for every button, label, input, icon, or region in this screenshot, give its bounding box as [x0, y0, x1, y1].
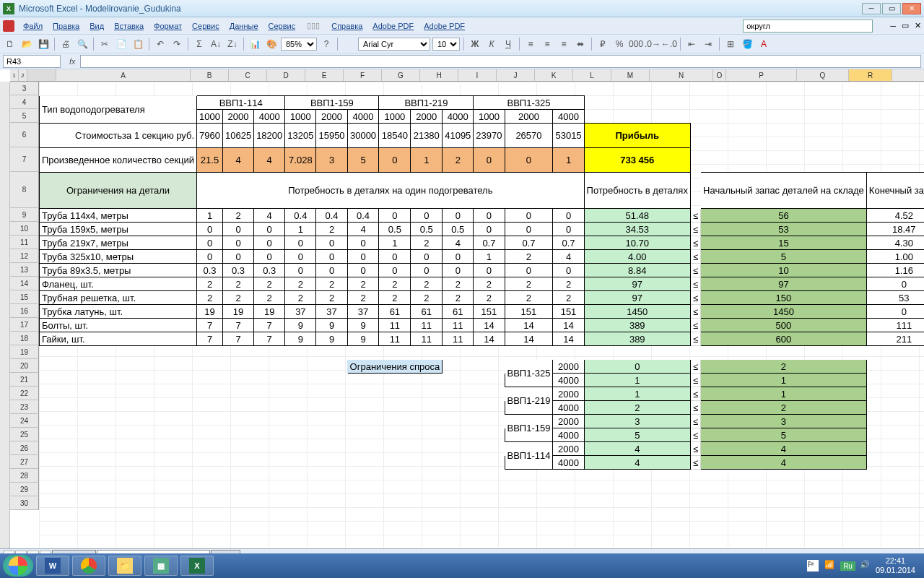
bold-icon[interactable]: Ж [468, 37, 482, 51]
mdi-close[interactable]: ✕ [915, 21, 921, 30]
taskbar-explorer[interactable]: 📁 [108, 556, 141, 576]
maximize-button[interactable]: ▭ [882, 3, 901, 14]
row-19[interactable]: 19 [10, 345, 39, 359]
menu-file[interactable]: Файл [19, 20, 47, 33]
row-18[interactable]: 18 [10, 332, 39, 345]
italic-icon[interactable]: К [484, 37, 499, 51]
menu-insert[interactable]: Вставка [110, 20, 148, 33]
comma-icon[interactable]: 000 [629, 37, 643, 51]
font-name-select[interactable]: Arial Cyr [358, 38, 430, 51]
font-size-select[interactable]: 10 [432, 38, 460, 51]
row-16[interactable]: 16 [10, 304, 39, 318]
drawing-icon[interactable]: 🎨 [264, 37, 279, 51]
menu-format[interactable]: Формат [149, 20, 186, 33]
menu-view[interactable]: Вид [85, 20, 108, 33]
menu-help[interactable]: Adobe PDF [368, 20, 418, 33]
chart-icon[interactable]: 📊 [248, 37, 262, 51]
formula-input[interactable] [80, 55, 921, 68]
row-22[interactable]: 22 [10, 387, 39, 400]
outline-gutter[interactable] [0, 82, 10, 548]
office-button-icon[interactable] [3, 20, 14, 32]
row-7[interactable]: 7 [10, 147, 39, 172]
decrease-indent-icon[interactable]: ⇤ [684, 37, 699, 51]
row-14[interactable]: 14 [10, 277, 39, 290]
row-29[interactable]: 29 [10, 483, 39, 496]
help-search-input[interactable] [743, 20, 873, 33]
row-23[interactable]: 23 [10, 400, 39, 414]
clock[interactable]: 22:41 09.01.2014 [876, 556, 921, 575]
row-10[interactable]: 10 [10, 222, 39, 236]
paste-icon[interactable]: 📋 [131, 37, 145, 51]
select-all-corner[interactable] [27, 69, 56, 81]
row-27[interactable]: 27 [10, 455, 39, 469]
help-icon[interactable]: ? [319, 37, 334, 51]
taskbar-chrome[interactable] [72, 556, 105, 576]
sum-icon[interactable]: Σ [192, 37, 206, 51]
menu-tools2[interactable]: Сервис [264, 20, 300, 33]
col-P[interactable]: P [726, 69, 797, 81]
worksheet[interactable]: 3456789101112131415161718192021222324252… [10, 82, 924, 548]
col-M[interactable]: M [611, 69, 650, 81]
row-13[interactable]: 13 [10, 263, 39, 277]
close-button[interactable]: ✕ [902, 3, 921, 14]
row-3[interactable]: 3 [10, 82, 39, 95]
menu-tools[interactable]: Сервис [188, 20, 224, 33]
row-11[interactable]: 11 [10, 236, 39, 249]
col-K[interactable]: K [535, 69, 573, 81]
decrease-decimal-icon[interactable]: ←.0 [662, 37, 676, 51]
open-icon[interactable]: 📂 [19, 37, 34, 51]
merge-icon[interactable]: ⬌ [573, 37, 588, 51]
row-5[interactable]: 5 [10, 109, 39, 123]
col-D[interactable]: D [267, 69, 305, 81]
preview-icon[interactable]: 🔍 [75, 37, 90, 51]
start-button[interactable] [3, 555, 33, 577]
col-J[interactable]: J [497, 69, 535, 81]
taskbar-word[interactable]: W [36, 556, 69, 576]
tray-flag-icon[interactable]: 🏳 [807, 560, 819, 571]
col-H[interactable]: H [420, 69, 458, 81]
row-20[interactable]: 20 [10, 359, 39, 373]
col-O[interactable]: O [713, 69, 726, 81]
fx-icon[interactable]: fx [69, 57, 76, 66]
menu-window[interactable]: Справка [327, 20, 367, 33]
col-C[interactable]: C [229, 69, 267, 81]
row-4[interactable]: 4 [10, 95, 39, 109]
new-icon[interactable]: 🗋 [3, 37, 17, 51]
redo-icon[interactable]: ↷ [170, 37, 184, 51]
increase-decimal-icon[interactable]: .0→ [645, 37, 660, 51]
menu-data[interactable]: Данные [225, 20, 263, 33]
row-12[interactable]: 12 [10, 249, 39, 263]
col-G[interactable]: G [382, 69, 420, 81]
row-21[interactable]: 21 [10, 373, 39, 387]
data-grid[interactable]: Тип водоподогревателяВВП1-114ВВП1-159ВВП… [39, 82, 924, 511]
tray-volume-icon[interactable]: 🔊 [860, 560, 871, 571]
mdi-restore[interactable]: ▭ [902, 21, 909, 30]
percent-icon[interactable]: % [612, 37, 627, 51]
col-L[interactable]: L [573, 69, 611, 81]
undo-icon[interactable]: ↶ [153, 37, 167, 51]
font-color-icon[interactable]: A [757, 37, 771, 51]
align-right-icon[interactable]: ≡ [557, 37, 571, 51]
tray-network-icon[interactable]: 📶 [824, 560, 836, 571]
minimize-button[interactable]: ─ [862, 3, 881, 14]
row-6[interactable]: 6 [10, 123, 39, 147]
copy-icon[interactable]: 📄 [114, 37, 128, 51]
mdi-minimize[interactable]: ─ [890, 22, 896, 30]
outline-2[interactable]: 2 [19, 69, 27, 81]
underline-icon[interactable]: Ч [501, 37, 515, 51]
col-E[interactable]: E [305, 69, 344, 81]
zoom-select[interactable]: 85% [281, 38, 317, 51]
col-F[interactable]: F [344, 69, 382, 81]
taskbar-excel[interactable]: X [180, 556, 214, 576]
row-30[interactable]: 30 [10, 496, 39, 510]
col-B[interactable]: B [191, 69, 229, 81]
row-15[interactable]: 15 [10, 290, 39, 304]
menu-edit[interactable]: Правка [48, 20, 84, 33]
row-17[interactable]: 17 [10, 318, 39, 332]
cut-icon[interactable]: ✂ [97, 37, 112, 51]
align-center-icon[interactable]: ≡ [540, 37, 554, 51]
borders-icon[interactable]: ⊞ [723, 37, 738, 51]
menu-pdf[interactable]: Adobe PDF [419, 20, 469, 33]
sort-desc-icon[interactable]: Z↓ [225, 37, 240, 51]
col-R[interactable]: R [849, 69, 892, 81]
